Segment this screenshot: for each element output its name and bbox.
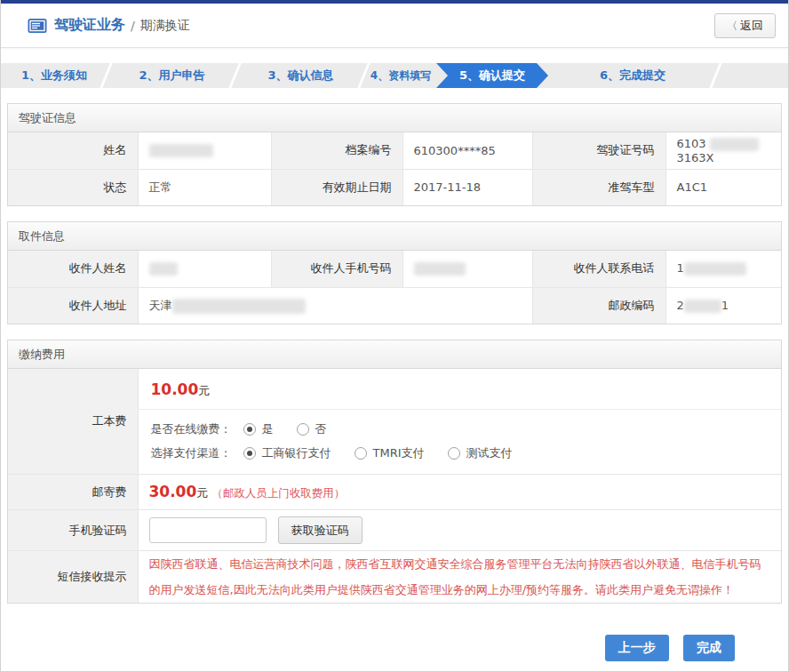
radio-selected-icon[interactable] — [243, 423, 256, 436]
pay-channel-caption: 选择支付渠道： — [151, 445, 243, 461]
sms-code-cell: 获取验证码 — [138, 510, 781, 551]
vehicle-class-value: A1C1 — [665, 169, 781, 205]
recipient-address-value: 天津 — [138, 287, 532, 324]
radio-unselected-icon[interactable] — [297, 423, 309, 436]
redacted-value — [684, 262, 746, 276]
step-5-confirm-submit-active[interactable]: 5、确认提交 — [436, 63, 548, 88]
recipient-address-prefix: 天津 — [149, 299, 172, 312]
recipient-phone-label: 收件人联系电话 — [532, 251, 665, 287]
step-3-confirm-info[interactable]: 3、确认信息 — [236, 63, 365, 88]
redacted-value — [684, 300, 721, 313]
page-header: 驾驶证业务 / 期满换证 〈 返回 — [1, 4, 788, 48]
recipient-phone-value: 1 — [665, 251, 781, 287]
breadcrumb-divider: / — [131, 19, 135, 33]
table-row: 收件人姓名 收件人手机号码 收件人联系电话 1 — [8, 251, 781, 287]
radio-online-pay-yes[interactable]: 是 — [243, 421, 274, 437]
license-info-section: 驾驶证信息 姓名 档案编号 610300****85 驾驶证号码 6103 31… — [7, 103, 782, 206]
sms-tip-label: 短信接收提示 — [8, 551, 138, 604]
postal-code-prefix: 2 — [677, 299, 684, 312]
page: 驾驶证业务 / 期满换证 〈 返回 1、业务须知 2、用户申告 3、确认信息 4… — [0, 0, 789, 672]
fees-table: 工本费 10.00元 是否在线缴费： 是 — [8, 369, 781, 603]
finish-button[interactable]: 完成 — [683, 635, 735, 661]
get-code-button[interactable]: 获取验证码 — [278, 516, 363, 544]
recipient-mobile-value — [402, 251, 532, 287]
postal-code-value: 21 — [665, 287, 781, 324]
table-row: 邮寄费 30.00元（邮政人员上门收取费用） — [8, 475, 781, 510]
recipient-address-label: 收件人地址 — [8, 287, 138, 324]
sms-tip-cell: 因陕西省联通、电信运营商技术问题，陕西省互联网交通安全综合服务管理平台无法向持陕… — [138, 551, 781, 604]
license-number-label: 驾驶证号码 — [532, 132, 665, 169]
step-2-user-declaration[interactable]: 2、用户申告 — [108, 63, 236, 88]
card-fee-unit: 元 — [198, 384, 210, 397]
license-info-heading: 驾驶证信息 — [8, 104, 781, 132]
postage-fee-label: 邮寄费 — [8, 475, 138, 510]
name-value — [138, 132, 271, 169]
file-number-value: 610300****85 — [402, 132, 532, 169]
license-number-value: 6103 3163X — [665, 132, 781, 169]
table-row: 工本费 10.00元 是否在线缴费： 是 — [8, 369, 781, 475]
license-number-prefix: 6103 — [677, 137, 706, 150]
pickup-info-section: 取件信息 收件人姓名 收件人手机号码 收件人联系电话 1 收件人地址 天津 邮政… — [7, 221, 782, 324]
step-bar-tail — [717, 63, 788, 88]
radio-unselected-icon[interactable] — [448, 447, 460, 460]
step-6-complete-submit[interactable]: 6、完成提交 — [548, 63, 717, 88]
online-pay-no-label: 否 — [315, 421, 327, 437]
radio-channel-test[interactable]: 测试支付 — [448, 445, 513, 461]
radio-unselected-icon[interactable] — [355, 447, 367, 460]
postage-note: （邮政人员上门收取费用） — [211, 486, 345, 500]
redacted-value — [172, 299, 306, 314]
previous-step-button[interactable]: 上一步 — [605, 635, 669, 661]
recipient-phone-prefix: 1 — [677, 261, 684, 275]
channel-test-label: 测试支付 — [466, 445, 513, 461]
channel-tmri-label: TMRI支付 — [373, 445, 425, 461]
fees-heading: 缴纳费用 — [8, 340, 781, 369]
redacted-value — [710, 138, 759, 151]
recipient-name-value — [138, 251, 271, 287]
license-info-table: 姓名 档案编号 610300****85 驾驶证号码 6103 3163X 状态… — [8, 132, 781, 205]
table-row: 短信接收提示 因陕西省联通、电信运营商技术问题，陕西省互联网交通安全综合服务管理… — [8, 551, 781, 604]
step-4-fill-data[interactable]: 4、资料填写 — [365, 63, 436, 88]
redacted-value — [149, 144, 213, 157]
expiry-date-value: 2017-11-18 — [402, 169, 532, 205]
sms-code-input[interactable] — [149, 517, 267, 543]
postage-amount: 30.00 — [149, 483, 197, 500]
card-fee-cell: 10.00元 是否在线缴费： 是 否 — [138, 369, 781, 475]
card-fee-label: 工本费 — [8, 369, 138, 475]
redacted-value — [414, 262, 466, 276]
online-pay-caption: 是否在线缴费： — [151, 421, 243, 437]
postal-code-suffix: 1 — [721, 299, 729, 312]
footer-actions: 上一步 完成 — [1, 635, 788, 661]
step-1-business-notice[interactable]: 1、业务须知 — [1, 63, 108, 88]
pickup-info-heading: 取件信息 — [8, 222, 781, 251]
recipient-mobile-label: 收件人手机号码 — [271, 251, 402, 287]
postage-fee-value: 30.00元（邮政人员上门收取费用） — [138, 475, 781, 510]
pay-channel-row: 选择支付渠道： 工商银行支付 TMRI支付 测试支付 — [151, 441, 769, 465]
radio-channel-icbc[interactable]: 工商银行支付 — [243, 445, 331, 461]
file-number-label: 档案编号 — [271, 132, 402, 169]
pickup-info-table: 收件人姓名 收件人手机号码 收件人联系电话 1 收件人地址 天津 邮政编码 21 — [8, 251, 781, 324]
postage-unit: 元 — [196, 486, 208, 500]
card-fee-amount-line: 10.00元 — [139, 369, 782, 410]
license-service-icon — [28, 18, 47, 34]
table-row: 手机验证码 获取验证码 — [8, 510, 781, 551]
radio-online-pay-no[interactable]: 否 — [297, 421, 327, 437]
sms-code-label: 手机验证码 — [8, 510, 138, 551]
payment-options-block: 是否在线缴费： 是 否 选择支付渠道： — [139, 410, 782, 474]
channel-icbc-label: 工商银行支付 — [262, 445, 331, 461]
radio-channel-tmri[interactable]: TMRI支付 — [355, 445, 425, 461]
back-button[interactable]: 〈 返回 — [714, 13, 776, 38]
redacted-value — [149, 262, 178, 276]
postal-code-label: 邮政编码 — [532, 287, 665, 324]
recipient-name-label: 收件人姓名 — [8, 251, 138, 287]
name-label: 姓名 — [8, 132, 138, 169]
sms-tip-text: 因陕西省联通、电信运营商技术问题，陕西省互联网交通安全综合服务管理平台无法向持陕… — [149, 551, 771, 603]
table-row: 状态 正常 有效期止日期 2017-11-18 准驾车型 A1C1 — [8, 169, 781, 205]
page-title: 驾驶证业务 — [54, 16, 125, 35]
radio-selected-icon[interactable] — [243, 447, 256, 460]
card-fee-amount: 10.00 — [151, 380, 199, 398]
online-pay-yes-label: 是 — [262, 421, 274, 437]
status-label: 状态 — [8, 169, 138, 205]
back-chevron-icon: 〈 — [727, 19, 737, 34]
status-value: 正常 — [138, 169, 271, 205]
back-button-label: 返回 — [740, 18, 763, 34]
